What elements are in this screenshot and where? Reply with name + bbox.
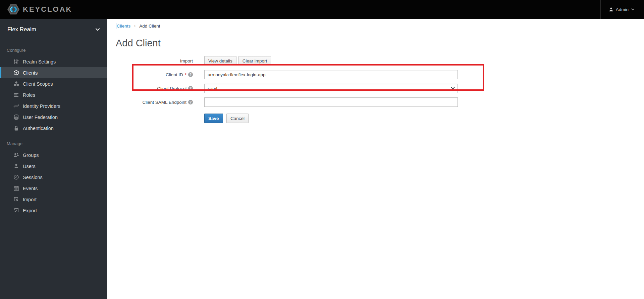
client-protocol-label: Client Protocol ? [116,86,193,91]
sidebar-item-label: Authentication [23,126,54,131]
sidebar-item-client-scopes[interactable]: Client Scopes [0,78,107,89]
sidebar-item-label: Clients [23,70,38,76]
text-caret [116,23,116,29]
sidebar-item-label: Events [23,186,38,191]
breadcrumb-current: Add Client [139,24,160,29]
client-saml-endpoint-label: Client SAML Endpoint ? [116,100,193,105]
realm-selector[interactable]: Flex Realm [0,19,107,40]
breadcrumb: Clients › Add Client [116,22,644,30]
sliders-icon [13,59,19,65]
sidebar-item-import[interactable]: Import [0,194,107,205]
view-details-button[interactable]: View details [204,56,236,66]
sidebar-item-clients[interactable]: Clients [0,67,107,78]
help-icon[interactable]: ? [188,100,193,104]
client-protocol-row: Client Protocol ? saml [116,84,644,93]
user-icon [13,163,19,169]
save-button[interactable]: Save [204,114,223,123]
cancel-button[interactable]: Cancel [226,114,249,123]
sidebar-item-authentication[interactable]: Authentication [0,123,107,134]
breadcrumb-separator-icon: › [134,24,136,28]
chevron-down-icon [95,28,100,31]
export-arrow-icon [13,208,19,213]
sidebar-item-events[interactable]: Events [0,183,107,194]
realm-name: Flex Realm [7,26,36,33]
page-title: Add Client [116,38,644,49]
main-content: Clients › Add Client Add Client Import V… [107,19,644,299]
client-saml-endpoint-input[interactable] [204,97,458,107]
brand-title: KEYCLOAK [23,5,72,14]
sidebar-item-label: Export [23,208,37,213]
sidebar-item-label: Sessions [23,175,43,180]
breadcrumb-clients-link[interactable]: Clients [117,24,130,29]
lock-icon [13,125,19,131]
client-id-row: Client ID * ? [116,70,644,79]
import-row: Import View details Clear import [116,56,644,66]
client-protocol-select[interactable]: saml [204,84,458,93]
sidebar-section-manage: Manage [0,141,107,146]
add-client-form: Import View details Clear import Client … [116,56,644,123]
chevron-down-icon [631,8,635,11]
group-icon [13,152,19,158]
exchange-arrows-icon [13,103,19,109]
keycloak-hexagon-logo [7,3,19,15]
sidebar-item-label: Roles [23,92,35,98]
client-id-label: Client ID * ? [116,72,193,77]
sidebar-item-label: User Federation [23,115,58,120]
sidebar-item-label: Realm Settings [23,59,56,65]
sidebar-item-groups[interactable]: Groups [0,150,107,161]
user-menu-label: Admin [616,7,629,12]
help-icon[interactable]: ? [188,86,193,91]
sidebar-item-label: Groups [23,153,39,158]
top-header-bar: KEYCLOAK Admin [0,0,644,19]
cubes-icon [13,81,19,87]
required-asterisk: * [185,72,186,77]
client-id-input[interactable] [204,70,458,79]
sidebar-item-export[interactable]: Export [0,205,107,216]
sidebar-item-identity-providers[interactable]: Identity Providers [0,100,107,112]
sidebar-item-users[interactable]: Users [0,161,107,172]
sidebar-item-user-federation[interactable]: User Federation [0,112,107,123]
import-arrow-icon [13,197,19,202]
list-bars-icon [13,92,19,98]
sidebar-item-label: Client Scopes [23,81,53,87]
sidebar-item-label: Users [23,164,36,169]
sidebar: Flex Realm Configure Realm Settings Clie… [0,19,107,299]
sidebar-item-roles[interactable]: Roles [0,89,107,100]
form-actions: Save Cancel [116,114,644,123]
database-icon [13,114,19,120]
keycloak-brand[interactable]: KEYCLOAK [0,3,72,15]
sidebar-item-sessions[interactable]: Sessions [0,172,107,183]
sidebar-item-label: Identity Providers [23,103,60,109]
sidebar-section-configure: Configure [0,48,107,53]
user-icon [609,7,613,12]
sidebar-item-realm-settings[interactable]: Realm Settings [0,56,107,67]
help-icon[interactable]: ? [188,72,193,77]
admin-user-menu[interactable]: Admin [600,0,644,19]
calendar-icon [13,185,19,191]
client-saml-endpoint-row: Client SAML Endpoint ? [116,97,644,107]
cube-icon [13,70,19,76]
sidebar-item-label: Import [23,197,37,202]
clear-import-button[interactable]: Clear import [238,56,271,66]
import-label: Import [116,58,193,63]
clock-icon [13,174,19,180]
